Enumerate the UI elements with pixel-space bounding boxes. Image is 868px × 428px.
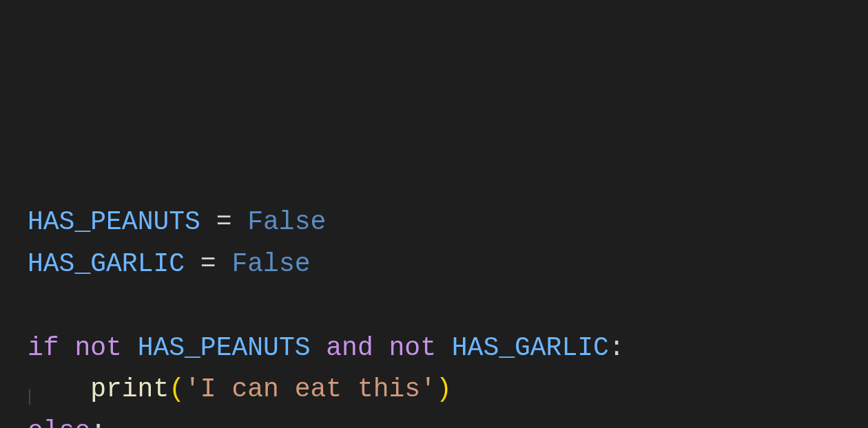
- code-line-5: print('I can eat this'): [28, 369, 840, 411]
- code-editor[interactable]: HAS_PEANUTS = FalseHAS_GARLIC = False if…: [28, 202, 840, 428]
- keyword-token: not: [74, 333, 121, 363]
- paren-token: ): [436, 374, 452, 404]
- variable-token: HAS_PEANUTS: [138, 333, 311, 363]
- space-token: [373, 333, 389, 363]
- variable-token: HAS_GARLIC: [28, 249, 185, 279]
- code-line-1: HAS_PEANUTS = False: [28, 202, 840, 244]
- keyword-token: not: [389, 333, 436, 363]
- keyword-token: else: [28, 416, 90, 428]
- code-line-3: [28, 286, 840, 328]
- constant-token: False: [247, 207, 326, 237]
- paren-token: (: [169, 374, 185, 404]
- colon-token: :: [609, 333, 625, 363]
- constant-token: False: [231, 249, 310, 279]
- space-token: [311, 333, 327, 363]
- variable-token: HAS_PEANUTS: [28, 207, 200, 237]
- code-line-4: if not HAS_PEANUTS and not HAS_GARLIC:: [28, 328, 840, 370]
- operator-token: =: [185, 249, 231, 279]
- keyword-token: and: [326, 333, 373, 363]
- string-token: 'I can eat this': [185, 374, 436, 404]
- space-token: [59, 333, 75, 363]
- variable-token: HAS_GARLIC: [452, 333, 609, 363]
- space-token: [436, 333, 452, 363]
- operator-token: =: [200, 207, 247, 237]
- code-line-2: HAS_GARLIC = False: [28, 244, 840, 286]
- keyword-token: if: [28, 333, 59, 363]
- space-token: [122, 333, 138, 363]
- colon-token: :: [90, 416, 106, 428]
- function-token: print: [90, 374, 169, 404]
- code-line-6: else:: [28, 411, 840, 428]
